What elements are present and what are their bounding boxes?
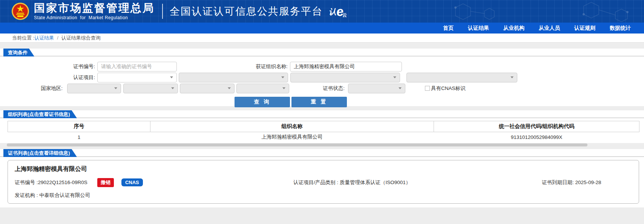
cnas-checkbox-label: 具有CNAS标识 xyxy=(431,85,466,92)
nav-item-data-stats[interactable]: 数据统计 xyxy=(603,25,638,32)
breadcrumb-separator: / xyxy=(57,35,58,41)
cert-project-select-2[interactable] xyxy=(179,73,288,82)
org-list-section-tab: 组织列表(点击查看证书信息) xyxy=(3,110,72,118)
certificate-project-group: 认证项目/产品类别 : 质量管理体系认证（ISO9001） xyxy=(293,179,542,186)
certificate-issuer-row: 发证机构 : 中泰联合认证有限公司 xyxy=(15,192,632,199)
cert-no-input[interactable] xyxy=(97,62,177,72)
cert-list-section-tab: 证书列表(点击查看详细信息) xyxy=(3,149,72,157)
national-emblem-icon xyxy=(11,2,29,20)
org-table: 序号 组织名称 统一社会信用代码/组织机构代码 1 上海郅瀚精密模具有限公司 9… xyxy=(8,121,639,142)
cert-no-field-label: 证书编号 : xyxy=(15,179,38,186)
nav-item-home[interactable]: 首页 xyxy=(436,25,461,32)
org-row-org-name: 上海郅瀚精密模具有限公司 xyxy=(150,132,434,142)
logo-ren: 认 xyxy=(329,8,336,18)
project-field-label: 认证项目/产品类别 : xyxy=(293,180,340,185)
cert-status-label: 证书状态: xyxy=(289,85,347,92)
org-row-index: 1 xyxy=(8,132,150,142)
certificate-card[interactable]: 上海郅瀚精密模具有限公司 证书编号 : 29022Q12516-09R0S 撤销… xyxy=(8,160,639,204)
chevron-down-icon xyxy=(399,87,402,89)
search-button[interactable]: 查 询 xyxy=(235,97,290,107)
chevron-down-icon xyxy=(281,76,284,78)
chevron-down-icon xyxy=(170,76,173,78)
nav-item-institutions[interactable]: 从业机构 xyxy=(496,25,532,32)
cert-project-select-3[interactable] xyxy=(290,73,400,82)
chevron-down-icon xyxy=(171,87,174,89)
spacer xyxy=(0,43,644,49)
query-panel: 查询条件 证书编号: 获证组织名称: 认证项目: 国家地区: 证书状态: xyxy=(0,49,644,106)
cnas-checkbox[interactable] xyxy=(425,86,430,91)
chevron-down-icon xyxy=(114,87,117,89)
org-row-credit-code: 91310120052984099X xyxy=(434,132,639,142)
breadcrumb-current-page: 认证结果综合查询 xyxy=(61,35,101,41)
agency-name-en: State Administration for Market Regulati… xyxy=(34,15,155,20)
query-form: 证书编号: 获证组织名称: 认证项目: 国家地区: 证书状态: 具有CNAS标识 xyxy=(0,56,644,107)
form-row-cert-project: 认证项目: xyxy=(0,72,644,82)
certificate-org-name: 上海郅瀚精密模具有限公司 xyxy=(15,165,632,173)
certificate-number-group: 证书编号 : 29022Q12516-09R0S 撤销 CNAS xyxy=(15,178,293,187)
certificate-mid-row: 证书编号 : 29022Q12516-09R0S 撤销 CNAS 认证项目/产品… xyxy=(15,178,632,187)
main-nav: 首页 认证结果 从业机构 从业人员 认证规则 数据统计 xyxy=(0,23,644,34)
org-name-label: 获证组织名称: xyxy=(177,63,290,70)
agency-name: 国家市场监督管理总局 xyxy=(34,2,155,14)
cert-list-panel: 证书列表(点击查看详细信息) 上海郅瀚精密模具有限公司 证书编号 : 29022… xyxy=(0,149,644,207)
issuer-field-label: 发证机构 : xyxy=(15,192,39,198)
agency-title-block: 国家市场监督管理总局 State Administration for Mark… xyxy=(34,2,155,20)
reset-button[interactable]: 重 置 xyxy=(291,97,347,107)
issuer-value: 中泰联合认证有限公司 xyxy=(39,192,90,198)
certificate-expiry-group: 证书到期日期: 2025-09-28 xyxy=(542,179,601,186)
horizontal-scrollbar-thumb[interactable] xyxy=(7,143,587,146)
breadcrumb-link-cert-results[interactable]: 认证结果 xyxy=(34,35,54,41)
form-row-cert-no: 证书编号: 获证组织名称: xyxy=(0,61,644,72)
region-label: 国家地区: xyxy=(0,85,65,92)
cert-project-select-4[interactable] xyxy=(406,73,517,82)
org-list-panel: 组织列表(点击查看证书信息) 序号 组织名称 统一社会信用代码/组织机构代码 1… xyxy=(0,110,644,143)
cnas-badge: CNAS xyxy=(121,178,143,186)
cert-status-select[interactable] xyxy=(348,84,405,93)
query-section-tab: 查询条件 xyxy=(3,49,29,56)
molecule-decoration-icon xyxy=(433,0,644,23)
header-divider xyxy=(162,4,163,19)
org-name-input[interactable] xyxy=(290,62,402,72)
platform-title: 全国认证认可信息公共服务平台 xyxy=(170,5,323,18)
region-select-1[interactable] xyxy=(67,84,121,93)
cert-project-select-1[interactable] xyxy=(97,73,177,82)
region-select-2[interactable] xyxy=(123,84,178,93)
chevron-down-icon xyxy=(511,76,514,78)
org-table-header-row: 序号 组织名称 统一社会信用代码/组织机构代码 xyxy=(8,121,639,132)
horizontal-scrollbar[interactable] xyxy=(7,143,587,146)
region-select-4[interactable] xyxy=(236,84,289,93)
nav-item-personnel[interactable]: 从业人员 xyxy=(532,25,567,32)
project-value: 质量管理体系认证（ISO9001） xyxy=(340,180,411,185)
cert-project-label: 认证项目: xyxy=(0,74,97,81)
logo-e: e xyxy=(336,5,344,18)
cert-no-label: 证书编号: xyxy=(0,63,97,70)
chevron-down-icon xyxy=(228,87,231,89)
org-table-header-index: 序号 xyxy=(8,121,150,132)
region-select-3[interactable] xyxy=(180,84,235,93)
site-header: 国家市场监督管理总局 State Administration for Mark… xyxy=(0,0,644,23)
cert-no-value: 29022Q12516-09R0S xyxy=(38,180,87,185)
table-row[interactable]: 1 上海郅瀚精密模具有限公司 91310120052984099X xyxy=(8,132,639,142)
expiry-field-label: 证书到期日期: xyxy=(542,180,575,185)
cnas-checkbox-wrap: 具有CNAS标识 xyxy=(425,85,466,92)
breadcrumb: 当前位置 : 认证结果 / 认证结果综合查询 xyxy=(0,34,644,43)
expiry-value: 2025-09-28 xyxy=(575,180,601,185)
spacer xyxy=(0,146,644,149)
chevron-down-icon xyxy=(282,87,285,89)
cert-list-section-tab-row: 证书列表(点击查看详细信息) xyxy=(0,149,644,157)
nav-item-cert-results[interactable]: 认证结果 xyxy=(461,25,496,32)
nav-item-cert-rules[interactable]: 认证规则 xyxy=(567,25,603,32)
status-badge-revoked: 撤销 xyxy=(97,178,114,187)
breadcrumb-prefix: 当前位置 : xyxy=(12,35,34,41)
query-section-tab-row: 查询条件 xyxy=(0,49,644,56)
chevron-down-icon xyxy=(393,76,396,78)
form-row-buttons: 查 询 重 置 xyxy=(0,97,644,107)
org-list-section-tab-row: 组织列表(点击查看证书信息) xyxy=(0,110,644,118)
org-table-header-credit-code: 统一社会信用代码/组织机构代码 xyxy=(434,121,639,132)
form-row-region-status: 国家地区: 证书状态: 具有CNAS标识 xyxy=(0,83,644,93)
org-table-header-org-name: 组织名称 xyxy=(150,121,434,132)
ren-e-yun-logo-icon: 认 e 云 xyxy=(329,5,347,18)
